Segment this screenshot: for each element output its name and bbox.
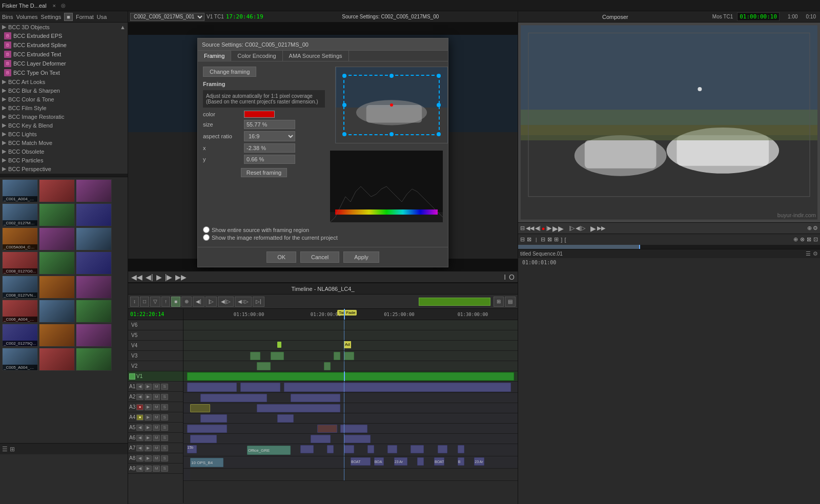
a7-clip-9[interactable]: [458, 445, 464, 453]
a4-solo[interactable]: S: [161, 414, 168, 421]
media-thumb[interactable]: [76, 276, 112, 299]
a2-btn-2[interactable]: ▶: [145, 394, 152, 400]
settings-tab[interactable]: Settings: [41, 14, 61, 20]
v2-clip-2[interactable]: [324, 362, 331, 370]
a6-btn-2[interactable]: ▶: [145, 435, 152, 441]
a4-clip-2[interactable]: [277, 414, 294, 423]
format-label[interactable]: Format: [76, 14, 94, 20]
volumes-tab[interactable]: Volumes: [16, 14, 37, 20]
v2-clip-1[interactable]: [257, 362, 270, 370]
a3-solo[interactable]: S: [161, 404, 168, 410]
format-tab[interactable]: ■: [64, 13, 73, 21]
a5-clip-3[interactable]: [340, 425, 367, 433]
bin-icon-2[interactable]: ⊞: [10, 446, 15, 453]
v3-clip-4[interactable]: [344, 352, 354, 360]
comp-ctrl-settings[interactable]: ⚙: [813, 225, 818, 232]
a5-clip-2[interactable]: [317, 425, 337, 433]
comp2-ctrl-1[interactable]: ⊟: [520, 236, 525, 243]
media-thumb[interactable]: [76, 227, 112, 250]
comp2-ctrl-10[interactable]: ⊠: [807, 236, 811, 243]
a7-clip-5[interactable]: [367, 445, 374, 453]
media-thumb[interactable]: [76, 179, 112, 202]
tool-segment[interactable]: ■: [171, 297, 180, 307]
a7-clip-8[interactable]: [438, 445, 448, 453]
comp2-ctrl-2[interactable]: ⊠: [527, 236, 531, 243]
dialog-tab-ama[interactable]: AMA Source Settings: [283, 51, 349, 61]
comp-ctrl-4[interactable]: ●: [542, 225, 545, 232]
tool-lift[interactable]: ↑: [161, 297, 170, 307]
media-thumb[interactable]: _C002_01279Q...: [2, 324, 38, 347]
effects-category-color[interactable]: ▶ BCC Color & Tone: [0, 95, 128, 103]
comp-ctrl-5[interactable]: |▶: [546, 225, 552, 232]
composer-progress-bar[interactable]: [518, 245, 820, 249]
source-mark-in-btn[interactable]: I: [503, 273, 507, 281]
media-thumb[interactable]: [39, 348, 75, 371]
tool-mark-clip[interactable]: ◀|▷: [218, 297, 234, 307]
a3-clip-2[interactable]: [257, 404, 340, 412]
dialog-tab-color-encoding[interactable]: Color Encoding: [231, 51, 282, 61]
show-reformatted-radio[interactable]: [203, 234, 210, 241]
source-next-btn[interactable]: ▶▶: [174, 273, 188, 281]
bin-icon-1[interactable]: ☰: [2, 446, 8, 453]
a3-clip-1[interactable]: [190, 404, 210, 412]
a6-clip-3[interactable]: [344, 435, 371, 443]
a8-clip-2[interactable]: BOA: [374, 457, 384, 466]
comp2-ctrl-7[interactable]: [: [564, 237, 566, 243]
a6-clip-2[interactable]: [311, 435, 331, 443]
comp2-ctrl-5[interactable]: ⊞: [554, 236, 559, 243]
v1-selector-patch[interactable]: [129, 373, 135, 380]
media-thumb[interactable]: [76, 324, 112, 347]
comp2-ctrl-8[interactable]: ⊕: [793, 236, 798, 243]
media-thumb[interactable]: [39, 227, 75, 250]
effect-item-bcc-extruded-eps[interactable]: B BCC Extruded EPS: [0, 31, 128, 40]
a8-solo[interactable]: S: [161, 455, 168, 461]
media-thumb[interactable]: _C006_A004_C005...: [2, 300, 38, 323]
media-thumb[interactable]: [39, 203, 75, 226]
a7-office-gre-clip[interactable]: Office_GRE: [247, 446, 291, 455]
tool-mark-out[interactable]: |▷: [206, 297, 217, 307]
comp-ctrl-1[interactable]: ⊟: [520, 225, 525, 232]
media-thumb[interactable]: _C008_0127G0...: [2, 251, 38, 275]
effects-category-perspective[interactable]: ▶ BCC Perspective: [0, 164, 128, 173]
reset-framing-button[interactable]: Reset framing: [241, 168, 287, 177]
a7-clip-1[interactable]: 15b: [187, 445, 197, 453]
tool-select[interactable]: ↕: [130, 297, 139, 307]
comp-ctrl-8[interactable]: ◀|▷: [576, 225, 585, 232]
a8-clip-7[interactable]: 23 Ar: [474, 457, 484, 466]
x-input[interactable]: [244, 143, 295, 153]
effects-category-match-move[interactable]: ▶ BCC Match Move: [0, 138, 128, 147]
a7-btn-2[interactable]: ▶: [145, 445, 152, 451]
a8-clip-6[interactable]: B: [458, 457, 464, 466]
comp-ctrl-10[interactable]: ▶▶: [597, 225, 605, 232]
change-framing-button[interactable]: Change framing: [203, 67, 256, 77]
effect-item-bcc-layer-deformer[interactable]: B BCC Layer Deformer: [0, 59, 128, 68]
a8-btn-1[interactable]: ◀: [136, 455, 144, 461]
tool-mark-in[interactable]: ◀|: [193, 297, 204, 307]
a8-ops-clip[interactable]: 10 OPS_B4: [190, 458, 223, 467]
v1-main-clip[interactable]: [187, 372, 515, 381]
effects-category-obsolete[interactable]: ▶ BCC Obsolete: [0, 147, 128, 156]
a2-clip-2[interactable]: [291, 394, 341, 402]
source-step-back-btn[interactable]: ◀|: [145, 273, 154, 281]
a7-btn-1[interactable]: ◀: [136, 445, 144, 451]
source-step-fwd-btn[interactable]: |▶: [164, 273, 174, 281]
tracks-scroll-area[interactable]: Ad: [183, 320, 518, 503]
media-thumb[interactable]: [39, 179, 75, 202]
a1-solo[interactable]: S: [161, 384, 168, 390]
media-thumb[interactable]: [39, 251, 75, 275]
ok-button[interactable]: OK: [266, 251, 296, 263]
a8-clip-5[interactable]: BOAT: [434, 457, 444, 466]
comp-ctrl-3[interactable]: ◀|: [535, 225, 541, 232]
a4-btn-2[interactable]: ▶: [145, 414, 152, 421]
media-thumb[interactable]: [39, 300, 75, 323]
seq-icon-1[interactable]: ☰: [806, 250, 811, 257]
tool-grid[interactable]: ⊞: [494, 297, 504, 307]
a4-mute[interactable]: M: [153, 414, 160, 421]
a7-solo[interactable]: S: [161, 445, 168, 451]
a5-mute[interactable]: M: [153, 425, 160, 431]
a7-clip-6[interactable]: [387, 445, 398, 453]
effect-item-bcc-extruded-text[interactable]: B BCC Extruded Text: [0, 50, 128, 59]
a1-btn-2[interactable]: ▶: [145, 384, 152, 390]
v3-clip-3[interactable]: [334, 352, 340, 360]
effect-item-bcc-type-on-text[interactable]: B BCC Type On Text: [0, 68, 128, 77]
